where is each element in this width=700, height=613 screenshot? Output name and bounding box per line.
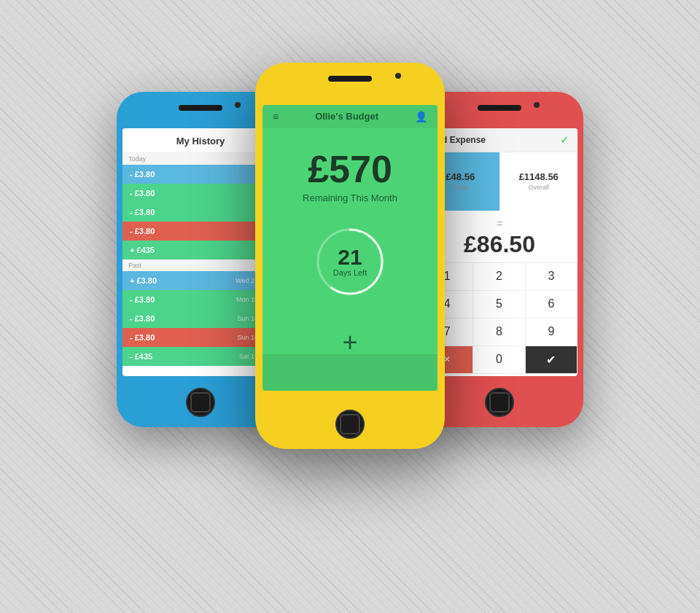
days-circle: 21 Days Left xyxy=(314,225,386,298)
numpad-key-2[interactable]: 2 xyxy=(473,263,525,291)
phone-camera-right xyxy=(534,102,540,108)
numpad-key-5[interactable]: 5 xyxy=(473,291,525,319)
phone-top-bar-left xyxy=(179,105,222,111)
phone-camera-center xyxy=(395,73,401,79)
phone-camera-left xyxy=(235,102,241,108)
numpad-key-confirm[interactable]: ✔ xyxy=(526,346,578,374)
days-number: 21 xyxy=(333,246,367,268)
days-inner: 21 Days Left xyxy=(333,246,367,277)
history-amount: - £3.80 xyxy=(130,189,155,198)
numpad-key-6[interactable]: 6 xyxy=(526,291,578,319)
numpad-key-9[interactable]: 9 xyxy=(526,319,578,346)
overall-stat: £1148.56 Overall xyxy=(499,152,578,211)
numpad-key-3[interactable]: 3 xyxy=(526,263,578,291)
history-amount: + £435 xyxy=(130,246,155,254)
phone-top-bar-right xyxy=(478,105,521,111)
history-amount: - £435 xyxy=(130,352,152,361)
overall-amount: £1148.56 xyxy=(519,171,559,182)
today-amount: £48.56 xyxy=(446,171,475,182)
center-phone-header: ≡ Ollie's Budget 👤 xyxy=(262,105,438,128)
overall-label: Overall xyxy=(528,184,549,191)
home-button-left[interactable] xyxy=(186,388,215,417)
menu-icon[interactable]: ≡ xyxy=(273,111,279,122)
right-phone-screen: Add Expense ✓ £48.56 Today £1148.56 Over… xyxy=(421,128,578,376)
history-amount: + £3.80 xyxy=(130,276,157,285)
history-amount: - £3.80 xyxy=(130,314,155,323)
center-phone: ≡ Ollie's Budget 👤 £570 Remaining This M… xyxy=(255,63,445,449)
numpad-key-0[interactable]: 0 xyxy=(473,346,525,374)
center-phone-screen: ≡ Ollie's Budget 👤 £570 Remaining This M… xyxy=(262,105,438,391)
budget-title: Ollie's Budget xyxy=(315,111,378,122)
add-button[interactable]: + xyxy=(342,327,357,358)
budget-subtitle: Remaining This Month xyxy=(303,192,397,203)
history-amount: - £3.80 xyxy=(130,295,155,304)
home-button-right[interactable] xyxy=(485,388,514,417)
home-button-center[interactable] xyxy=(335,410,365,439)
center-main-content: £570 Remaining This Month 21 Days Left + xyxy=(262,128,438,358)
history-amount: - £3.80 xyxy=(130,170,155,179)
numpad: 1 2 3 4 5 6 7 8 9 ✕ 0 ✔ xyxy=(421,263,578,374)
right-stats-section: £48.56 Today £1148.56 Overall xyxy=(421,152,578,211)
history-amount: - £3.80 xyxy=(130,208,155,216)
today-label: Today xyxy=(451,184,469,191)
phones-container: My History Today - £3.80 - £3.80 - £3.80… xyxy=(95,34,605,580)
right-phone-header: Add Expense ✓ xyxy=(421,128,578,152)
history-amount: - £3.80 xyxy=(130,227,155,235)
history-amount: - £3.80 xyxy=(130,333,155,342)
expense-display: £86.50 xyxy=(421,211,578,263)
check-button[interactable]: ✓ xyxy=(560,134,569,146)
center-bottom-band xyxy=(262,354,438,391)
user-icon[interactable]: 👤 xyxy=(415,111,427,122)
days-label: Days Left xyxy=(333,268,367,277)
budget-amount: £570 xyxy=(308,150,392,188)
numpad-key-8[interactable]: 8 xyxy=(473,319,525,346)
phone-top-bar-center xyxy=(328,76,372,82)
